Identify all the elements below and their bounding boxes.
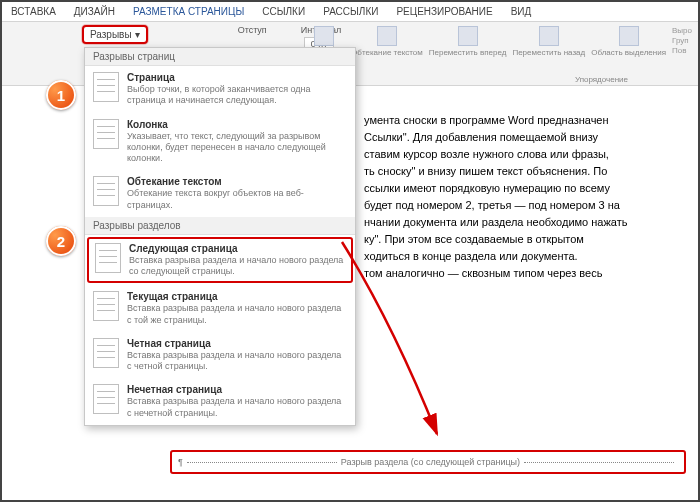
- callout-badge-1: 1: [46, 80, 76, 110]
- dropdown-header-page-breaks: Разрывы страниц: [85, 48, 355, 66]
- break-even-page-item[interactable]: Четная страницаВставка разрыва раздела и…: [85, 332, 355, 379]
- next-page-icon: [95, 243, 121, 273]
- tab-page-layout[interactable]: РАЗМЕТКА СТРАНИЦЫ: [124, 2, 253, 21]
- column-break-icon: [93, 119, 119, 149]
- odd-page-icon: [93, 384, 119, 414]
- tab-view[interactable]: ВИД: [502, 2, 541, 21]
- align-button[interactable]: Выро: [672, 26, 692, 35]
- wrap-icon: [377, 26, 397, 46]
- break-continuous-item[interactable]: Текущая страницаВставка разрыва раздела …: [85, 285, 355, 332]
- arrange-group-label: Упорядочение: [575, 75, 628, 84]
- tab-references[interactable]: ССЫЛКИ: [253, 2, 314, 21]
- selection-icon: [619, 26, 639, 46]
- page-break-icon: [93, 72, 119, 102]
- tab-design[interactable]: ДИЗАЙН: [65, 2, 124, 21]
- section-break-label: Разрыв раздела (со следующей страницы): [341, 457, 520, 467]
- breaks-label: Разрывы: [90, 29, 132, 40]
- arrange-group: Положение Обтекание текстом Переместить …: [303, 26, 692, 57]
- break-column-item[interactable]: КолонкаУказывает, что текст, следующий з…: [85, 113, 355, 171]
- continuous-icon: [93, 291, 119, 321]
- ribbon-tabs: ВСТАВКА ДИЗАЙН РАЗМЕТКА СТРАНИЦЫ ССЫЛКИ …: [2, 2, 698, 22]
- text-wrap-icon: [93, 176, 119, 206]
- rotate-button[interactable]: Пов: [672, 46, 692, 55]
- tab-mailings[interactable]: РАССЫЛКИ: [314, 2, 387, 21]
- indent-label: Отступ: [238, 25, 267, 35]
- break-odd-page-item[interactable]: Нечетная страницаВставка разрыва раздела…: [85, 378, 355, 425]
- callout-badge-2: 2: [46, 226, 76, 256]
- breaks-dropdown: Разрывы страниц СтраницаВыбор точки, в к…: [84, 47, 356, 426]
- dropdown-header-section-breaks: Разрывы разделов: [85, 217, 355, 235]
- section-break-marker: ¶ Разрыв раздела (со следующей страницы): [170, 450, 686, 474]
- break-next-page-item[interactable]: Следующая страницаВставка разрыва раздел…: [87, 237, 353, 284]
- tab-review[interactable]: РЕЦЕНЗИРОВАНИЕ: [387, 2, 501, 21]
- breaks-button[interactable]: Разрывы ▾: [82, 25, 148, 44]
- pilcrow-icon: ¶: [178, 457, 183, 467]
- bring-forward-button[interactable]: Переместить вперед: [429, 26, 507, 57]
- selection-pane-button[interactable]: Область выделения: [591, 26, 666, 57]
- wrap-text-button[interactable]: Обтекание текстом: [351, 26, 423, 57]
- group-button[interactable]: Груп: [672, 36, 692, 45]
- even-page-icon: [93, 338, 119, 368]
- break-page-item[interactable]: СтраницаВыбор точки, в которой заканчива…: [85, 66, 355, 113]
- send-backward-button[interactable]: Переместить назад: [512, 26, 585, 57]
- backward-icon: [539, 26, 559, 46]
- chevron-down-icon: ▾: [135, 29, 140, 40]
- tab-insert[interactable]: ВСТАВКА: [2, 2, 65, 21]
- break-text-wrap-item[interactable]: Обтекание текстомОбтекание текста вокруг…: [85, 170, 355, 217]
- forward-icon: [458, 26, 478, 46]
- position-icon: [314, 26, 334, 46]
